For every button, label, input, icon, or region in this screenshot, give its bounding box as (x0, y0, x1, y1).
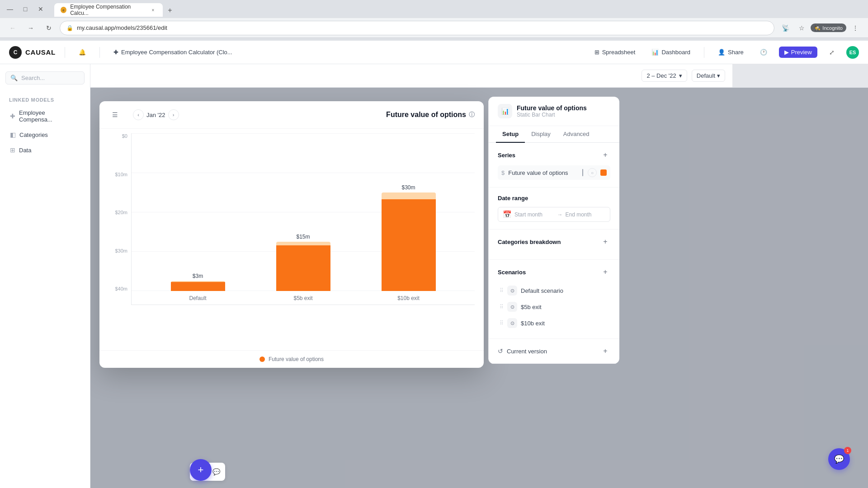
bar-group-0: $3m (171, 133, 225, 291)
topbar-add-btn[interactable]: ✚ Employee Compensation Calculator (Clo.… (109, 47, 237, 58)
chat-fab-btn[interactable]: 💬 1 (828, 448, 850, 470)
content-area: 2 – Dec '22 ▾ Default ▾ ☰ ‹ Jan '22 (90, 64, 868, 488)
history-btn[interactable]: 🕐 (755, 47, 772, 58)
scenario-item-default: ⠿ ⊙ Default scenario (498, 282, 610, 299)
chart-modal-title: Future value of options ⓘ (386, 111, 475, 119)
right-panel: 📊 Future value of options Static Bar Cha… (488, 97, 619, 364)
add-series-btn[interactable]: + (600, 150, 610, 160)
bar-light-2 (382, 192, 436, 199)
default-select[interactable]: Default ▾ (692, 70, 725, 82)
date-arrow: → (557, 211, 563, 218)
share-btn[interactable]: 👤 Share (713, 47, 748, 58)
series-item-name: Future value of options (508, 169, 578, 176)
tab-close-btn[interactable]: × (150, 6, 156, 14)
topbar-notification-btn[interactable]: 🔔 (74, 47, 90, 58)
add-version-btn[interactable]: + (600, 346, 610, 356)
drag-handle-10b[interactable]: ⠿ (500, 320, 504, 326)
model-link-text: Employee Compensa... (19, 109, 80, 123)
address-bar[interactable]: 🔒 my.causal.app/models/235661/edit (60, 21, 774, 35)
current-version-row: ↺ Current version + (498, 346, 610, 356)
bar-orange-2 (382, 199, 436, 291)
start-month-input[interactable]: Start month (514, 211, 555, 218)
search-icon: 🔍 (10, 75, 18, 81)
y-axis: $40m $30m $20m $10m $0 (108, 133, 131, 305)
categories-title: Categories breakdown (498, 239, 561, 245)
chart-area: $40m $30m $20m $10m $0 (108, 133, 475, 305)
app-name: CAUSAL (25, 48, 56, 56)
y-label-10m: $10m (108, 172, 131, 177)
chart-menu-btn[interactable]: ☰ (108, 108, 121, 121)
new-tab-btn[interactable]: + (164, 4, 176, 17)
maximize-btn[interactable]: □ (19, 3, 32, 15)
chat-notification-badge: 1 (844, 447, 851, 454)
topbar-divider (65, 47, 65, 58)
add-category-btn[interactable]: + (600, 237, 610, 247)
app-logo: C CAUSAL (9, 46, 56, 59)
categories-icon: ◧ (10, 131, 16, 138)
series-title: Series (498, 152, 515, 159)
scenario-item-10b: ⠿ ⊙ $10b exit (498, 315, 610, 331)
add-scenario-btn[interactable]: + (600, 267, 610, 277)
drag-handle-default[interactable]: ⠿ (500, 287, 504, 294)
browser-titlebar: — □ ✕ e Employee Compensation Calcu... ×… (0, 0, 868, 18)
date-range-select[interactable]: 2 – Dec '22 ▾ (642, 70, 687, 82)
default-text: Default (697, 72, 715, 79)
refresh-btn[interactable]: ↻ (42, 21, 56, 35)
current-version-icon: ↺ (498, 347, 503, 355)
bar-value-label-0: $3m (193, 273, 203, 279)
x-axis-labels: Default $5b exit $10b exit (132, 292, 475, 305)
date-range-inputs[interactable]: 📅 Start month → End month (498, 207, 610, 222)
scenario-icon-5b: ⊙ (507, 302, 517, 312)
bars-container: $3m$15m$30m (132, 133, 475, 291)
scenario-icon-10b: ⊙ (507, 318, 517, 328)
model-title-text: Employee Compensation Calculator (Clo... (121, 49, 232, 56)
linked-models-section: Linked models (5, 95, 85, 104)
zoom-btn[interactable]: ⤢ (825, 45, 839, 60)
legend-text: Future value of options (269, 356, 324, 362)
date-range-text: 2 – Dec '22 (646, 72, 676, 79)
scenarios-title: Scenarios (498, 269, 526, 276)
play-icon: ▶ (784, 49, 789, 56)
end-month-input[interactable]: End month (566, 211, 606, 218)
spreadsheet-btn[interactable]: ⊞ Spreadsheet (590, 47, 640, 58)
url-display: my.causal.app/models/235661/edit (77, 24, 167, 31)
preview-btn[interactable]: ▶ Preview (779, 47, 817, 58)
categories-text: Categories (19, 131, 48, 138)
back-btn[interactable]: ← (5, 21, 20, 35)
spreadsheet-icon: ⊞ (594, 49, 599, 56)
bar-group-1: $15m (276, 133, 330, 291)
x-label-10b: $10b exit (382, 295, 436, 301)
bookmark-btn[interactable]: ☆ (794, 21, 809, 35)
close-btn[interactable]: ✕ (34, 3, 47, 15)
sidebar-item-linked-model[interactable]: ✚ Employee Compensa... (5, 106, 85, 126)
chevron-down-icon: ▾ (679, 72, 682, 79)
drag-handle-5b[interactable]: ⠿ (500, 304, 504, 310)
sidebar-item-data[interactable]: ⊞ Data (5, 143, 85, 157)
tab-advanced[interactable]: Advanced (557, 126, 596, 143)
fab-add-btn[interactable]: + (190, 459, 212, 481)
dashboard-btn[interactable]: 📊 Dashboard (647, 47, 695, 58)
sidebar-search[interactable]: 🔍 Search... (5, 71, 85, 84)
series-options-btn[interactable]: ○ (588, 168, 597, 177)
chart-next-btn[interactable]: › (168, 109, 179, 120)
forward-btn[interactable]: → (24, 21, 38, 35)
browser-chrome: — □ ✕ e Employee Compensation Calcu... ×… (0, 0, 868, 41)
bar-orange-1 (276, 245, 330, 291)
sidebar-item-categories[interactable]: ◧ Categories (5, 128, 85, 141)
cast-btn[interactable]: 📡 (778, 21, 793, 35)
menu-btn[interactable]: ⋮ (848, 21, 863, 35)
chart-legend: Future value of options (99, 350, 484, 368)
active-tab[interactable]: e Employee Compensation Calcu... × (54, 3, 163, 17)
minimize-btn[interactable]: — (4, 3, 16, 15)
scenario-name-5b: $5b exit (521, 304, 609, 310)
tab-setup[interactable]: Setup (496, 126, 525, 143)
chart-prev-btn[interactable]: ‹ (133, 109, 144, 120)
bar-1 (276, 242, 330, 291)
chevron-down-icon2: ▾ (717, 72, 720, 79)
bar-value-label-2: $30m (401, 184, 415, 191)
panel-tabs: Setup Display Advanced (489, 126, 619, 143)
chart-modal-header: ☰ ‹ Jan '22 › Future value of options ⓘ (99, 101, 484, 129)
incognito-icon: 🕵 (814, 25, 821, 31)
tab-display[interactable]: Display (525, 126, 557, 143)
series-color-swatch[interactable] (600, 169, 607, 176)
